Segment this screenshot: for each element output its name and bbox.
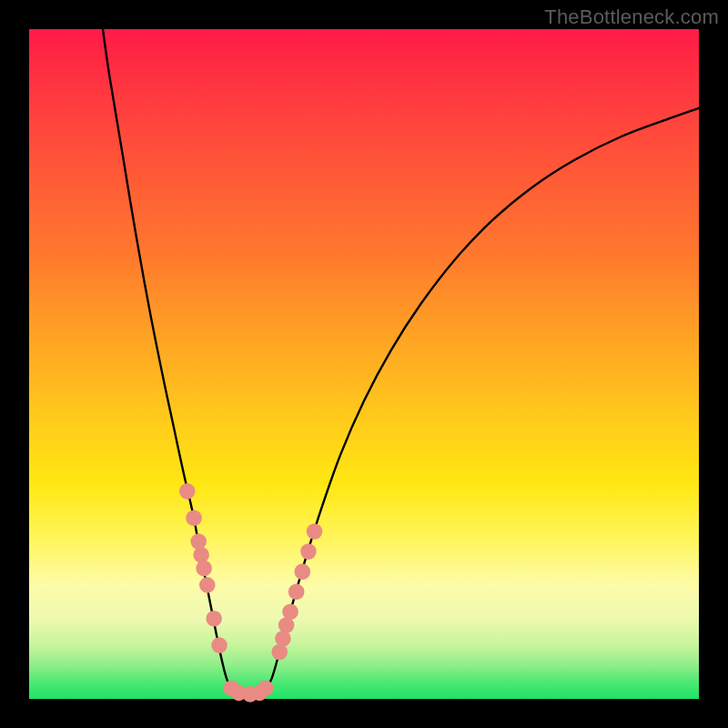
curve-marker bbox=[206, 611, 222, 627]
curve-path bbox=[103, 29, 699, 694]
curve-marker bbox=[258, 680, 274, 696]
curve-marker bbox=[307, 523, 323, 540]
curve-markers bbox=[179, 483, 322, 703]
watermark-text: TheBottleneck.com bbox=[544, 5, 719, 29]
curve-marker bbox=[199, 577, 216, 593]
curve-marker bbox=[179, 483, 196, 500]
curve-marker bbox=[294, 563, 310, 580]
curve-marker bbox=[271, 644, 288, 661]
curve-marker bbox=[275, 631, 291, 647]
curve-layer bbox=[29, 29, 699, 699]
curve-marker bbox=[186, 510, 202, 526]
curve-marker bbox=[190, 533, 207, 550]
curve-marker bbox=[211, 637, 228, 653]
curve-marker bbox=[300, 543, 317, 560]
curve-marker bbox=[196, 561, 212, 577]
plot-area bbox=[29, 29, 699, 699]
curve-marker bbox=[282, 604, 298, 621]
chart-frame: TheBottleneck.com bbox=[0, 0, 728, 728]
curve-marker bbox=[193, 547, 209, 563]
curve-marker bbox=[288, 583, 305, 600]
bottleneck-curve bbox=[103, 29, 699, 694]
